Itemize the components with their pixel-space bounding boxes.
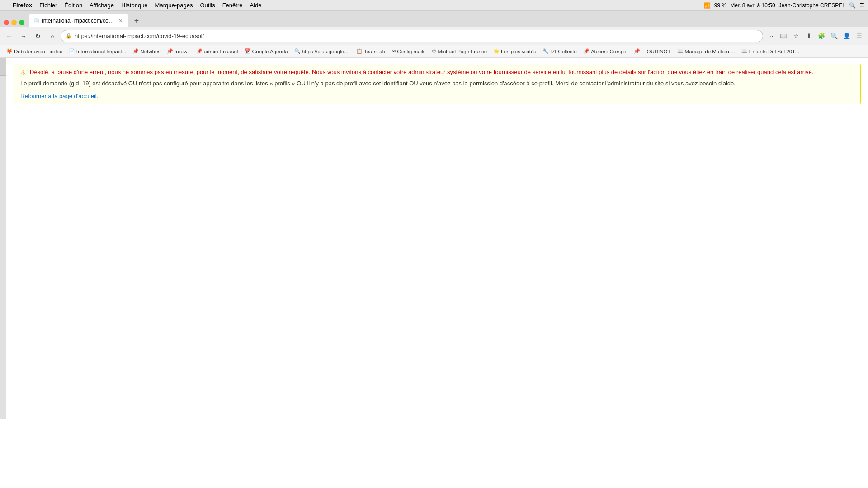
menu-edition[interactable]: Édition	[64, 2, 82, 9]
bookmark-label: Config mails	[397, 49, 425, 54]
bookmark-netvibes[interactable]: 📌 Netvibes	[130, 47, 163, 55]
bookmark-icon: 📌	[634, 48, 640, 54]
page-content: ⚠ Désolé, à cause d'une erreur, nous ne …	[6, 58, 868, 329]
bookmark-label: Google Agenda	[252, 49, 288, 54]
new-tab-btn[interactable]: +	[130, 14, 143, 27]
tab-bar: 📄 international-impact.com/covi... × +	[0, 11, 868, 27]
security-lock-icon: 🔒	[66, 33, 72, 39]
tab-favicon: 📄	[34, 18, 39, 23]
bookmark-label: Michael Page France	[438, 49, 487, 54]
return-home-link[interactable]: Retourner à la page d'accueil.	[20, 93, 854, 99]
clock: Mer. 8 avr. à 10:50	[730, 2, 775, 9]
tab-close-btn[interactable]: ×	[118, 16, 123, 25]
bookmark-les-plus-visites[interactable]: ⭐ Les plus visités	[491, 47, 539, 55]
home-btn[interactable]: ⌂	[46, 30, 59, 42]
bookmark-label: TeamLab	[364, 49, 385, 54]
active-tab[interactable]: 📄 international-impact.com/covi... ×	[29, 14, 128, 27]
forward-btn[interactable]: →	[17, 30, 30, 42]
macos-menubar: Firefox Fichier Édition Affichage Histor…	[0, 0, 868, 11]
maximize-window-btn[interactable]	[19, 20, 24, 25]
menu-affichage[interactable]: Affichage	[90, 2, 114, 9]
bookmark-label: IZI-Collecte	[550, 49, 577, 54]
back-btn[interactable]: ←	[3, 30, 15, 42]
url-text: https://international-impact.com/covid-1…	[75, 33, 758, 39]
hamburger-menu-btn[interactable]: ☰	[854, 30, 865, 42]
bookmark-icon: 📌	[196, 48, 203, 54]
bookmark-label: freewif	[175, 49, 190, 54]
bookmark-google-plus[interactable]: 🔍 https://plus.google....	[292, 47, 353, 55]
error-detail-text: Le profil demandé (gid=19) est désactivé…	[20, 79, 854, 88]
bookmark-icon: ⭐	[493, 48, 500, 54]
battery-indicator: 99 %	[714, 2, 726, 9]
search-icon[interactable]: 🔍	[849, 2, 856, 9]
menu-aide[interactable]: Aide	[250, 2, 261, 9]
bookmark-freewif[interactable]: 📌 freewif	[164, 47, 193, 55]
notification-icon[interactable]: ☰	[859, 2, 864, 9]
tab-title: international-impact.com/covi...	[42, 18, 115, 24]
bookmark-icon: ✉	[392, 48, 396, 54]
menu-outils[interactable]: Outils	[200, 2, 215, 9]
side-panel-btn[interactable]	[0, 58, 6, 76]
url-bar[interactable]: 🔒 https://international-impact.com/covid…	[61, 30, 763, 42]
bookmark-icon: 📖	[741, 48, 748, 54]
close-window-btn[interactable]	[4, 20, 9, 25]
bookmarks-bar: 🦊 Débuter avec Firefox 📄 International I…	[0, 45, 868, 58]
warning-icon: ⚠	[20, 69, 26, 76]
bookmark-e-oudinot[interactable]: 📌 E-OUDINOT	[631, 47, 674, 55]
download-btn[interactable]: ⬇	[803, 30, 815, 42]
wifi-icon: 📶	[704, 2, 711, 9]
bookmark-izi-collecte[interactable]: 🔧 IZI-Collecte	[540, 47, 580, 55]
bookmark-icon: 📌	[167, 48, 173, 54]
error-box: ⚠ Désolé, à cause d'une erreur, nous ne …	[14, 64, 861, 104]
bookmark-icon: 📅	[244, 48, 250, 54]
bookmark-label: Mariage de Mattieu ...	[685, 49, 735, 54]
bookmark-star-btn[interactable]: ☆	[790, 30, 802, 42]
bookmark-icon: 📖	[677, 48, 684, 54]
extensions-btn[interactable]: 🧩	[816, 30, 827, 42]
bookmark-icon: ⚙	[432, 48, 436, 54]
error-header-text: Désolé, à cause d'une erreur, nous ne so…	[30, 69, 813, 75]
bookmark-debuter-firefox[interactable]: 🦊 Débuter avec Firefox	[4, 47, 65, 55]
menu-fichier[interactable]: Fichier	[39, 2, 57, 9]
bookmark-label: Enfants Del Sol 201...	[749, 49, 799, 54]
bookmark-icon: 🔧	[542, 48, 549, 54]
username: Jean-Christophe CRESPEL	[779, 2, 845, 9]
nav-bar: ← → ↻ ⌂ 🔒 https://international-impact.c…	[0, 27, 868, 45]
reader-view-btn[interactable]: 📖	[778, 30, 789, 42]
bookmark-mariage-mattieu[interactable]: 📖 Mariage de Mattieu ...	[675, 47, 738, 55]
minimize-window-btn[interactable]	[11, 20, 17, 25]
browser-chrome: 📄 international-impact.com/covi... × + ←…	[0, 11, 868, 58]
error-header: ⚠ Désolé, à cause d'une erreur, nous ne …	[20, 69, 854, 76]
bookmark-teamlab[interactable]: 📋 TeamLab	[354, 47, 388, 55]
bookmark-label: admin Ecuasol	[204, 49, 238, 54]
bookmark-icon: 📋	[356, 48, 363, 54]
menu-firefox[interactable]: Firefox	[13, 2, 32, 9]
bookmark-icon: 🔍	[294, 48, 301, 54]
bookmark-international-impact[interactable]: 📄 International Impact...	[66, 47, 129, 55]
more-options-btn[interactable]: ···	[765, 30, 777, 42]
bookmark-icon: 📄	[69, 48, 75, 54]
bookmark-label: International Impact...	[76, 49, 127, 54]
reload-btn[interactable]: ↻	[32, 30, 44, 42]
bookmark-google-agenda[interactable]: 📅 Google Agenda	[241, 47, 290, 55]
profile-btn[interactable]: 👤	[841, 30, 853, 42]
bookmark-admin-ecuasol[interactable]: 📌 admin Ecuasol	[193, 47, 241, 55]
menu-marque-pages[interactable]: Marque-pages	[155, 2, 193, 9]
bookmark-config-mails[interactable]: ✉ Config mails	[389, 47, 428, 55]
zoom-btn[interactable]: 🔍	[828, 30, 840, 42]
bookmark-label: Débuter avec Firefox	[14, 49, 62, 54]
bookmark-label: Les plus visités	[501, 49, 536, 54]
bookmark-enfants-del-sol[interactable]: 📖 Enfants Del Sol 201...	[739, 47, 802, 55]
bookmark-ateliers-crespel[interactable]: 📌 Ateliers Crespel	[580, 47, 630, 55]
bookmark-icon: 📌	[132, 48, 139, 54]
bookmark-label: E-OUDINOT	[642, 49, 671, 54]
bookmark-icon: 📌	[583, 48, 590, 54]
browser-content-area: ⚠ Désolé, à cause d'une erreur, nous ne …	[0, 58, 868, 329]
menu-fenetre[interactable]: Fenêtre	[222, 2, 243, 9]
nav-right-controls: ··· 📖 ☆ ⬇ 🧩 🔍 👤 ☰	[765, 30, 865, 42]
bookmark-icon: 🦊	[6, 48, 13, 54]
menu-historique[interactable]: Historique	[121, 2, 148, 9]
bookmark-michael-page-france[interactable]: ⚙ Michael Page France	[429, 47, 490, 55]
bookmark-label: Netvibes	[140, 49, 160, 54]
bookmark-label: Ateliers Crespel	[591, 49, 627, 54]
